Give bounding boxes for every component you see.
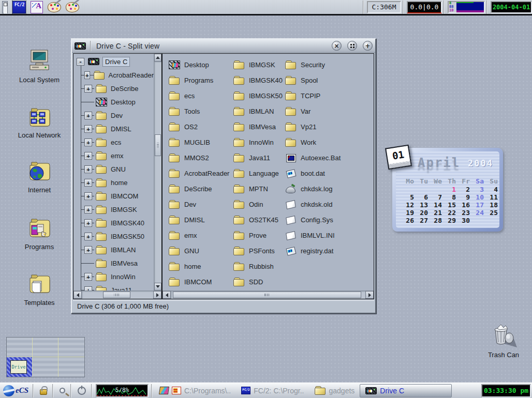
tree-item[interactable]: InnoWin xyxy=(76,270,154,283)
tree-item[interactable]: IBMGSK50 xyxy=(76,229,154,243)
task-button-gadgets[interactable]: gadgets xyxy=(309,384,360,397)
expand-plus-button[interactable] xyxy=(84,112,92,119)
file-item[interactable]: IBMLVL.INI xyxy=(285,227,341,243)
expand-plus-button[interactable] xyxy=(84,246,92,254)
pager-cell[interactable] xyxy=(58,338,84,357)
file-item[interactable]: Java11 xyxy=(233,150,283,165)
fc2-icon[interactable]: FC/2 xyxy=(12,1,26,13)
tree-item[interactable]: DMISL xyxy=(76,122,154,135)
file-item[interactable]: Config.Sys xyxy=(285,212,341,227)
expand-plus-button[interactable] xyxy=(84,233,92,240)
window-list-icon[interactable] xyxy=(2,1,8,13)
file-item[interactable]: Prove xyxy=(233,227,283,243)
file-item[interactable]: IBMGSK40 xyxy=(233,72,283,88)
file-item[interactable]: boot.dat xyxy=(285,165,341,181)
file-item[interactable]: MPTN xyxy=(233,181,283,196)
expand-plus-button[interactable] xyxy=(84,71,90,79)
expand-plus-button[interactable] xyxy=(84,192,92,200)
expand-plus-button[interactable] xyxy=(84,286,92,291)
file-item[interactable]: IBMGSK50 xyxy=(233,88,283,103)
tree-item[interactable]: Java11 xyxy=(76,283,154,290)
file-item[interactable]: MMOS2 xyxy=(169,150,229,165)
file-item[interactable]: OS2 xyxy=(169,119,229,134)
file-item[interactable]: DMISL xyxy=(169,212,229,227)
close-button[interactable]: × xyxy=(332,41,342,51)
file-item[interactable]: Odin xyxy=(233,196,283,212)
file-item[interactable]: Vp21 xyxy=(285,119,341,134)
pager-window-thumb[interactable]: Drive xyxy=(10,360,27,374)
file-item[interactable]: home xyxy=(169,258,229,274)
desktop-icon-local-network[interactable]: Local Network xyxy=(12,103,66,139)
expand-plus-button[interactable] xyxy=(84,165,92,173)
maximize-button[interactable]: + xyxy=(363,41,373,51)
scroll-thumb[interactable] xyxy=(173,292,362,298)
tree-item[interactable]: IBMLAN xyxy=(76,243,154,256)
file-item[interactable]: AcrobatReader xyxy=(169,165,229,181)
file-item[interactable]: IBMGSK xyxy=(233,57,283,72)
scroll-thumb[interactable] xyxy=(155,134,161,156)
file-item[interactable]: InnoWin xyxy=(233,134,283,150)
expand-plus-button[interactable] xyxy=(84,206,92,213)
tree-item[interactable]: ecs xyxy=(76,135,154,149)
file-item[interactable]: chkdsk.log xyxy=(285,181,341,196)
file-item[interactable]: TCPIP xyxy=(285,88,341,103)
file-item[interactable]: Var xyxy=(285,103,341,119)
scroll-left-button[interactable] xyxy=(162,291,171,299)
file-item[interactable]: Tools xyxy=(169,103,229,119)
fonts-icon[interactable]: A xyxy=(31,1,43,13)
file-item[interactable]: Dev xyxy=(169,196,229,212)
scroll-thumb[interactable] xyxy=(103,292,130,298)
pager-cell[interactable] xyxy=(7,338,33,357)
expand-plus-button[interactable] xyxy=(84,219,92,227)
file-item[interactable]: IBMLAN xyxy=(233,103,283,119)
ecs-menu-button[interactable]: eCS xyxy=(0,385,32,396)
tree-item[interactable]: Dev xyxy=(76,109,154,122)
icon-view[interactable]: Desktop Programs ecs xyxy=(162,54,374,290)
task-button-drive-c[interactable]: Drive C xyxy=(360,384,452,397)
palette-icon-2[interactable] xyxy=(66,2,79,12)
scroll-left-button[interactable] xyxy=(73,291,82,299)
scroll-up-button[interactable] xyxy=(154,54,161,62)
expand-plus-button[interactable] xyxy=(84,179,92,187)
tree-item[interactable]: IBMGSK xyxy=(76,203,154,216)
icon-horizontal-scrollbar[interactable] xyxy=(162,290,374,299)
expand-plus-button[interactable] xyxy=(84,139,92,146)
tree-item[interactable]: AcrobatReader xyxy=(76,68,154,82)
tree-vertical-scrollbar[interactable] xyxy=(154,54,161,290)
file-item[interactable]: Autoexec.Bat xyxy=(285,150,341,165)
tree-item[interactable]: IBMGSK40 xyxy=(76,216,154,229)
window-list-button[interactable] xyxy=(347,41,357,51)
desktop-icon-trash-can[interactable]: Trash Can xyxy=(480,324,527,359)
tree-view[interactable]: Drive C AcrobatReader xyxy=(73,54,154,290)
expand-plus-button[interactable] xyxy=(84,125,92,133)
file-item[interactable]: SDD xyxy=(233,274,283,289)
desktop-icon-local-system[interactable]: Local System xyxy=(12,49,66,84)
pager-cell[interactable] xyxy=(58,357,84,377)
file-item[interactable]: GNU xyxy=(169,243,229,258)
task-button-fc2[interactable]: FC/2 FC/2: C:\Progr.. xyxy=(236,384,309,397)
pager-cell[interactable] xyxy=(33,338,58,357)
file-item[interactable]: PSFonts xyxy=(233,243,283,258)
scroll-right-button[interactable] xyxy=(365,291,374,299)
pager-cell-active[interactable]: Drive xyxy=(7,357,33,377)
scroll-track[interactable] xyxy=(82,291,153,299)
tree-item[interactable]: IBMCOM xyxy=(76,189,154,203)
task-button-programs[interactable]: C:\Programs\.. xyxy=(154,384,236,397)
palette-icon[interactable] xyxy=(48,2,61,12)
file-item[interactable]: Security xyxy=(285,57,341,72)
file-item[interactable]: emx xyxy=(169,227,229,243)
tree-horizontal-scrollbar[interactable] xyxy=(73,290,161,299)
scroll-right-button[interactable] xyxy=(153,291,161,299)
scroll-track[interactable] xyxy=(171,291,365,299)
file-item[interactable]: Spool xyxy=(285,72,341,88)
file-item[interactable]: Language xyxy=(233,165,283,181)
expand-plus-button[interactable] xyxy=(84,152,92,160)
file-item[interactable]: Desktop xyxy=(169,57,229,72)
desktop-icon-templates[interactable]: Templates xyxy=(12,271,66,307)
desktop-icon-programs[interactable]: Programs xyxy=(12,215,66,251)
expand-plus-button[interactable] xyxy=(84,273,92,281)
scroll-track[interactable] xyxy=(154,62,161,283)
lock-button[interactable] xyxy=(36,384,51,398)
file-item[interactable]: ecs xyxy=(169,88,229,103)
scroll-down-button[interactable] xyxy=(154,283,161,290)
